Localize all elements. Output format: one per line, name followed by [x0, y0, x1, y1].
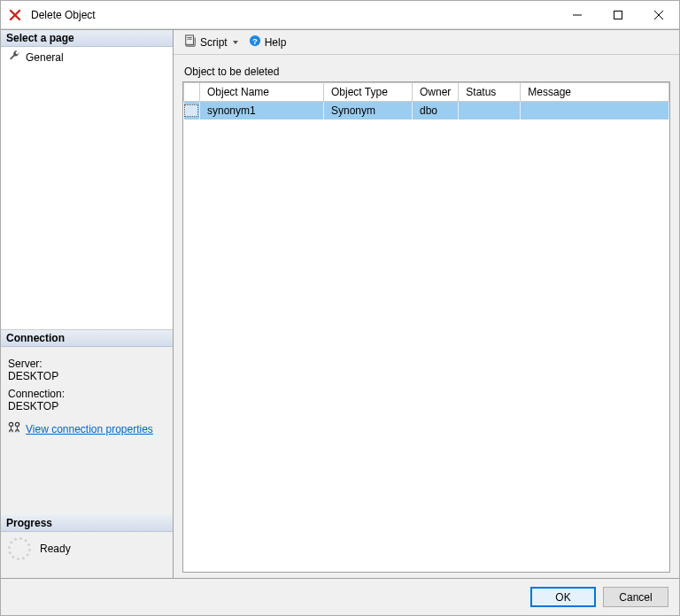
- cell-owner: dbo: [413, 102, 459, 119]
- dialog-footer: OK Cancel: [1, 578, 679, 615]
- window-controls: [557, 1, 679, 28]
- sidebar-item-general[interactable]: General: [3, 49, 171, 65]
- server-label: Server:: [8, 358, 166, 370]
- sidebar-item-label: General: [26, 51, 64, 64]
- script-button-label: Script: [200, 36, 228, 49]
- close-button[interactable]: [638, 1, 679, 28]
- window-title: Delete Object: [29, 9, 557, 21]
- cell-message: [521, 102, 669, 119]
- connection-label: Connection:: [8, 388, 166, 400]
- progress-header: Progress: [1, 515, 173, 532]
- objects-grid[interactable]: Object Name Object Type Owner Status Mes…: [182, 81, 670, 573]
- svg-rect-8: [186, 35, 194, 45]
- delete-icon: [1, 9, 29, 21]
- ok-button-label: OK: [555, 591, 570, 604]
- content-pane: Script ? Help Object to be deleted: [174, 30, 679, 578]
- col-message[interactable]: Message: [521, 83, 669, 102]
- help-button-label: Help: [265, 36, 287, 49]
- cancel-button[interactable]: Cancel: [603, 587, 668, 607]
- cancel-button-label: Cancel: [619, 591, 652, 604]
- content-body: Object to be deleted Object Name Object …: [174, 55, 679, 578]
- connection-block: Server: DESKTOP Connection: DESKTOP: [1, 347, 173, 418]
- progress-block: Ready: [1, 532, 173, 578]
- ok-button[interactable]: OK: [530, 587, 596, 607]
- cell-object-type: Synonym: [324, 102, 413, 119]
- col-object-type[interactable]: Object Type: [324, 83, 413, 102]
- select-page-header: Select a page: [1, 30, 173, 47]
- col-object-name[interactable]: Object Name: [200, 83, 324, 102]
- row-handle[interactable]: [184, 102, 200, 119]
- content-toolbar: Script ? Help: [174, 30, 679, 55]
- page-list: General: [1, 47, 173, 330]
- wrench-icon: [8, 50, 20, 65]
- script-icon: [184, 35, 197, 50]
- connection-properties-icon: [8, 421, 20, 436]
- section-label: Object to be deleted: [182, 65, 670, 78]
- view-connection-row: View connection properties: [1, 418, 173, 445]
- server-value: DESKTOP: [8, 370, 166, 382]
- connection-value: DESKTOP: [8, 400, 166, 412]
- col-status[interactable]: Status: [459, 83, 521, 102]
- minimize-button[interactable]: [557, 1, 598, 28]
- view-connection-properties-link[interactable]: View connection properties: [26, 423, 153, 435]
- sidebar: Select a page General Connection Server:…: [1, 30, 174, 578]
- svg-rect-3: [614, 11, 622, 19]
- cell-object-name: synonym1: [200, 102, 324, 119]
- svg-text:?: ?: [252, 36, 258, 46]
- help-icon: ?: [249, 35, 261, 50]
- script-button[interactable]: Script: [181, 33, 242, 51]
- row-handle-header: [184, 83, 200, 102]
- main-area: Select a page General Connection Server:…: [1, 29, 679, 578]
- progress-status: Ready: [40, 543, 71, 555]
- titlebar: Delete Object: [1, 1, 679, 29]
- progress-spinner-icon: [8, 537, 31, 560]
- connection-header: Connection: [1, 330, 173, 347]
- col-owner[interactable]: Owner: [413, 83, 459, 102]
- chevron-down-icon: [233, 41, 238, 44]
- help-button[interactable]: ? Help: [245, 33, 290, 51]
- grid-header-row: Object Name Object Type Owner Status Mes…: [184, 83, 669, 102]
- maximize-button[interactable]: [598, 1, 638, 28]
- table-row[interactable]: synonym1 Synonym dbo: [184, 102, 669, 119]
- svg-point-7: [15, 422, 19, 426]
- svg-point-6: [9, 422, 12, 426]
- cell-status: [459, 102, 521, 119]
